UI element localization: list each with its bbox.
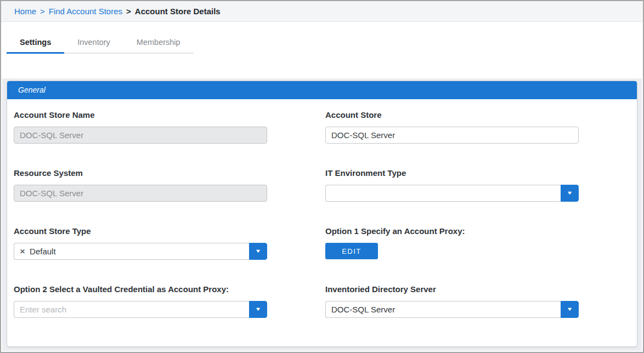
chevron-down-icon: ▼: [566, 307, 573, 312]
vaulted-credential-search-input[interactable]: [20, 305, 244, 314]
breadcrumb-link-find-account-stores[interactable]: Find Account Stores: [49, 7, 122, 16]
vaulted-credential-caret-button[interactable]: ▼: [249, 301, 267, 318]
tab-settings[interactable]: Settings: [7, 32, 64, 54]
vaulted-credential-search-wrap: [14, 301, 249, 318]
general-panel: General Account Store Name Account Store…: [7, 81, 637, 347]
page-background: General Account Store Name Account Store…: [2, 78, 642, 351]
tab-bar: Settings Inventory Membership: [7, 32, 194, 54]
resource-system-label: Resource System: [14, 168, 267, 178]
account-store-label: Account Store: [325, 110, 579, 119]
breadcrumb-separator: >: [126, 7, 131, 16]
edit-account-proxy-button[interactable]: EDIT: [325, 243, 378, 259]
field-account-store-type: Account Store Type ✕ Default ▼: [14, 226, 267, 260]
account-store-name-label: Account Store Name: [14, 110, 267, 119]
chevron-down-icon: ▼: [255, 307, 261, 312]
field-option2-vaulted-credential: Option 2 Select a Vaulted Credential as …: [14, 284, 267, 318]
account-store-type-label: Account Store Type: [14, 226, 267, 236]
inventoried-directory-server-value[interactable]: DOC-SQL Server: [325, 301, 561, 318]
field-inventoried-directory-server: Inventoried Directory Server DOC-SQL Ser…: [325, 284, 579, 318]
breadcrumb-current-page: Account Store Details: [135, 7, 221, 16]
field-account-store-name: Account Store Name: [14, 110, 267, 144]
it-environment-type-caret-button[interactable]: ▼: [561, 185, 579, 202]
inventoried-directory-server-label: Inventoried Directory Server: [325, 284, 579, 294]
inventoried-directory-server-caret-button[interactable]: ▼: [561, 301, 579, 318]
chevron-down-icon: ▼: [255, 249, 261, 254]
chevron-down-icon: ▼: [566, 191, 573, 196]
inventoried-directory-server-dropdown[interactable]: DOC-SQL Server ▼: [325, 301, 579, 318]
option1-account-proxy-label: Option 1 Specify an Account Proxy:: [325, 226, 579, 236]
breadcrumb: Home > Find Account Stores > Account Sto…: [1, 1, 643, 22]
app-window: Home > Find Account Stores > Account Sto…: [0, 0, 644, 353]
breadcrumb-link-home[interactable]: Home: [14, 7, 36, 16]
account-store-type-caret-button[interactable]: ▼: [249, 243, 267, 260]
account-store-name-input: [14, 127, 267, 144]
remove-tag-icon[interactable]: ✕: [20, 248, 25, 255]
tab-inventory[interactable]: Inventory: [64, 32, 123, 53]
resource-system-input: [14, 185, 267, 202]
panel-header: General: [7, 81, 637, 99]
tab-membership[interactable]: Membership: [123, 32, 194, 53]
field-account-store: Account Store: [325, 110, 579, 144]
field-resource-system: Resource System: [14, 168, 267, 202]
field-it-environment-type: IT Environment Type ▼: [325, 168, 579, 202]
it-environment-type-label: IT Environment Type: [325, 168, 579, 178]
account-store-type-selected-tag: Default: [30, 247, 56, 256]
it-environment-type-value[interactable]: [325, 185, 561, 202]
option2-vaulted-credential-label: Option 2 Select a Vaulted Credential as …: [14, 284, 267, 294]
account-store-type-value[interactable]: ✕ Default: [14, 243, 249, 260]
breadcrumb-separator: >: [40, 7, 45, 16]
field-option1-account-proxy: Option 1 Specify an Account Proxy: EDIT: [325, 226, 579, 260]
vaulted-credential-dropdown[interactable]: ▼: [14, 301, 267, 318]
panel-body: Account Store Name Account Store Resourc…: [7, 99, 637, 318]
account-store-input[interactable]: [325, 127, 579, 144]
account-store-type-dropdown[interactable]: ✕ Default ▼: [14, 243, 267, 260]
it-environment-type-dropdown[interactable]: ▼: [325, 185, 579, 202]
